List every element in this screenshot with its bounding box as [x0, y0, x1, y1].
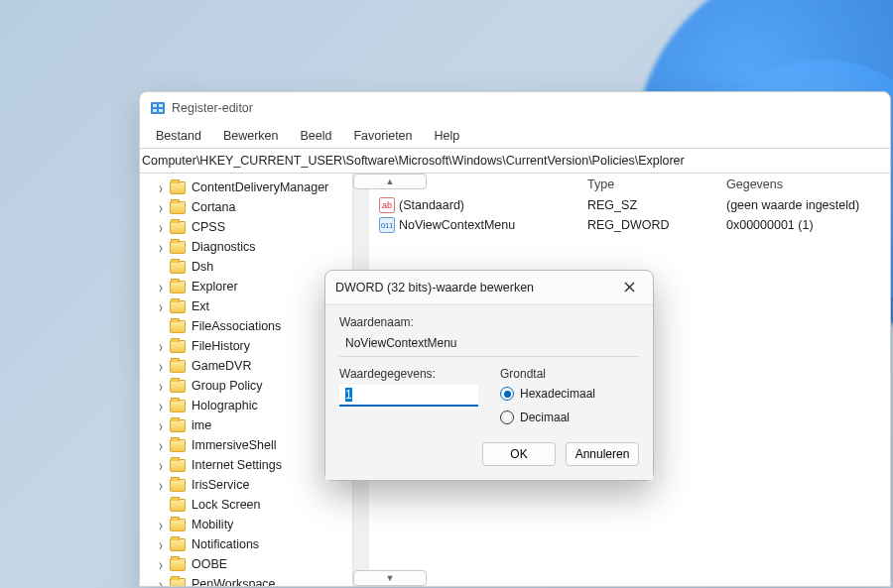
tree-node-label: Mobility	[191, 518, 233, 531]
chevron-right-icon[interactable]: ›	[154, 296, 168, 316]
folder-icon	[170, 439, 186, 452]
chevron-right-icon[interactable]: ›	[154, 415, 168, 435]
chevron-right-icon[interactable]: ›	[154, 475, 168, 495]
tree-node[interactable]: ›Internet Settings	[140, 455, 352, 475]
folder-icon	[170, 340, 186, 353]
tree-node-label: IrisService	[191, 478, 249, 492]
value-name: NoViewContextMenu	[399, 218, 515, 232]
tree-node[interactable]: ›FileHistory	[140, 336, 352, 356]
tree-node[interactable]: ›Cortana	[140, 197, 352, 217]
tree-node[interactable]: ›OOBE	[140, 554, 352, 574]
app-icon	[150, 100, 166, 116]
menu-file[interactable]: Bestand	[148, 127, 209, 145]
tree-node-label: FileHistory	[191, 339, 250, 353]
svg-rect-3	[153, 109, 157, 112]
chevron-right-icon[interactable]: ›	[154, 217, 168, 237]
tree-node-label: ime	[191, 418, 211, 432]
menu-help[interactable]: Help	[427, 127, 468, 145]
ok-button[interactable]: OK	[482, 442, 556, 466]
tree-node[interactable]: ›ContentDeliveryManager	[140, 177, 352, 197]
chevron-right-icon[interactable]: ›	[154, 515, 168, 534]
svg-rect-1	[153, 104, 157, 107]
chevron-right-icon[interactable]: ›	[154, 336, 168, 356]
chevron-right-icon[interactable]: ›	[154, 554, 168, 574]
chevron-right-icon[interactable]: ›	[154, 376, 168, 396]
tree-node[interactable]: ›CPSS	[140, 217, 352, 237]
tree-node[interactable]: ›Notifications	[140, 534, 352, 554]
folder-icon	[170, 380, 186, 393]
chevron-right-icon[interactable]: ›	[154, 177, 168, 197]
tree-node[interactable]: ›Group Policy	[140, 376, 352, 396]
radio-icon	[500, 411, 514, 424]
tree-node[interactable]: ›Ext	[140, 296, 352, 316]
folder-icon	[170, 419, 186, 432]
close-icon	[624, 282, 635, 293]
tree-node-label: Group Policy	[191, 379, 263, 393]
tree-node-label: Dsh	[191, 260, 213, 274]
svg-rect-0	[151, 102, 165, 114]
tree-node-label: OOBE	[191, 557, 227, 571]
tree-node-label: ContentDeliveryManager	[191, 180, 328, 194]
value-type: REG_SZ	[587, 198, 726, 212]
titlebar[interactable]: Register-editor	[140, 92, 890, 124]
scroll-up-icon[interactable]: ▲	[353, 174, 427, 189]
folder-icon	[170, 221, 186, 234]
chevron-right-icon[interactable]: ›	[154, 277, 168, 296]
chevron-right-icon[interactable]: ›	[154, 574, 168, 586]
chevron-right-icon[interactable]: ›	[154, 534, 168, 554]
chevron-right-icon[interactable]: ›	[154, 197, 168, 217]
tree-node[interactable]: ›Diagnostics	[140, 237, 352, 257]
dialog-title: DWORD (32 bits)-waarde bewerken	[335, 281, 615, 294]
tree-node[interactable]: ›Mobility	[140, 515, 352, 534]
edit-dword-dialog: DWORD (32 bits)-waarde bewerken Waardena…	[324, 270, 654, 481]
folder-icon	[170, 181, 186, 194]
value-name-field[interactable]: NoViewContextMenu	[339, 333, 639, 357]
radio-dec[interactable]: Decimaal	[500, 409, 595, 426]
svg-rect-2	[159, 104, 163, 107]
address-bar[interactable]: Computer\HKEY_CURRENT_USER\Software\Micr…	[140, 148, 890, 174]
menu-edit[interactable]: Bewerken	[215, 127, 287, 145]
chevron-right-icon[interactable]: ›	[154, 435, 168, 455]
chevron-right-icon[interactable]: ›	[154, 455, 168, 475]
scroll-down-icon[interactable]: ▼	[353, 570, 427, 586]
chevron-right-icon[interactable]: ›	[154, 356, 168, 376]
tree-node-label: ImmersiveShell	[191, 438, 276, 452]
value-data-input[interactable]	[339, 385, 478, 407]
close-button[interactable]	[615, 274, 643, 301]
tree-node[interactable]: ›GameDVR	[140, 356, 352, 376]
tree-node[interactable]: ›Holographic	[140, 396, 352, 415]
radio-hex[interactable]: Hexadecimaal	[500, 385, 595, 403]
tree-node-label: Lock Screen	[191, 498, 260, 512]
chevron-right-icon[interactable]: ›	[154, 396, 168, 415]
value-data-label: Waardegegevens:	[339, 367, 478, 381]
tree-node-label: Ext	[191, 299, 209, 313]
value-data: 0x00000001 (1)	[726, 218, 880, 232]
chevron-right-icon[interactable]: ›	[154, 237, 168, 257]
window-title: Register-editor	[172, 101, 253, 115]
col-type[interactable]: Type	[587, 177, 726, 191]
key-tree[interactable]: ›ContentDeliveryManager›Cortana›CPSS›Dia…	[140, 174, 353, 586]
tree-node[interactable]: FileAssociations	[140, 316, 352, 336]
menu-favs[interactable]: Favorieten	[345, 127, 420, 145]
string-value-icon: ab	[379, 197, 395, 213]
tree-node[interactable]: ›IrisService	[140, 475, 352, 495]
tree-node[interactable]: Dsh	[140, 257, 352, 277]
tree-node[interactable]: ›ImmersiveShell	[140, 435, 352, 455]
tree-node[interactable]: ›PenWorkspace	[140, 574, 352, 586]
folder-icon	[170, 241, 186, 254]
col-data[interactable]: Gegevens	[726, 177, 880, 191]
tree-node[interactable]: Lock Screen	[140, 495, 352, 515]
folder-icon	[170, 578, 186, 587]
menu-view[interactable]: Beeld	[292, 127, 339, 145]
value-row[interactable]: 011NoViewContextMenuREG_DWORD0x00000001 …	[379, 215, 880, 235]
folder-icon	[170, 360, 186, 373]
tree-node[interactable]: ›ime	[140, 415, 352, 435]
tree-node[interactable]: ›Explorer	[140, 277, 352, 296]
value-row[interactable]: ab(Standaard)REG_SZ(geen waarde ingestel…	[379, 195, 880, 215]
value-data: (geen waarde ingesteld)	[726, 198, 880, 212]
dialog-titlebar[interactable]: DWORD (32 bits)-waarde bewerken	[325, 271, 653, 304]
cancel-button[interactable]: Annuleren	[566, 442, 639, 466]
tree-node-label: Cortana	[191, 200, 235, 214]
list-header[interactable]: Naam Type Gegevens	[379, 177, 880, 191]
tree-node-label: Notifications	[191, 537, 259, 551]
